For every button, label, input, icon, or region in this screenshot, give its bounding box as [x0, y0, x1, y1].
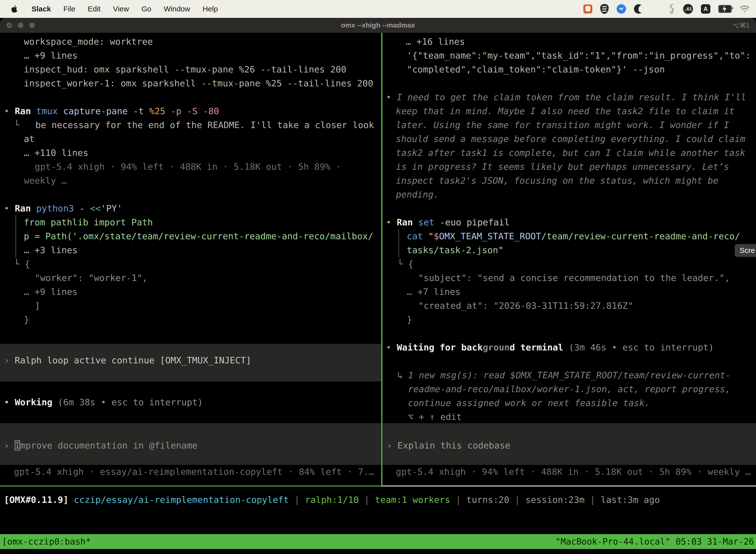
text-segment: • [386, 342, 391, 352]
text-segment: inspect_worker-1: omx sparkshell --tmux-… [24, 78, 373, 88]
text-segment: … +3 lines [24, 245, 78, 255]
omx-status-line: [OMX#0.11.9] cczip/essay/ai-reimplementa… [0, 493, 660, 507]
text-segment: tmux [36, 106, 58, 116]
text-segment: -p [171, 106, 181, 116]
text-segment: weekly … [24, 175, 67, 186]
chat-app-icon[interactable] [583, 4, 592, 13]
left-prompt-line[interactable]: › Improve documentation in @filename [0, 439, 381, 452]
text-segment [413, 217, 418, 227]
right-prompt-input[interactable]: › Explain this codebase [383, 423, 756, 465]
text-segment: "created_at": "2026-03-31T11:59:27.816Z" [418, 300, 633, 311]
right-pane[interactable]: … +16 lines'{"team_name":"my-team","task… [382, 33, 756, 424]
terminal-line: inspect task2's JSON, focusing on the st… [382, 174, 756, 188]
text-segment [58, 106, 63, 116]
terminal-line: p = Path('.omx/state/team/review-current… [0, 229, 381, 243]
right-prompt-line[interactable]: › Explain this codebase [383, 439, 756, 452]
text-segment: should send a message before completing … [396, 134, 745, 144]
menu-view[interactable]: View [107, 5, 135, 13]
tmux-terminal[interactable]: workspace_mode: worktree… +9 linesinspec… [0, 33, 756, 534]
input-source-icon[interactable]: A [701, 4, 710, 14]
text-segment [9, 203, 15, 214]
menu-app-name[interactable]: Slack [25, 5, 57, 13]
apple-logo-icon[interactable] [11, 4, 19, 14]
messenger-icon[interactable] [617, 4, 626, 14]
text-segment: turns:20 [466, 495, 509, 505]
text-segment: Ran [15, 106, 31, 116]
text-segment: gpt-5.4 xhigh · 94% left · 488K in · 5.1… [35, 162, 341, 172]
terminal-line: inspect_hud: omx sparkshell --tmux-pane … [0, 63, 381, 76]
text-segment: "subject": "send a concise recommendatio… [418, 273, 730, 283]
text-segment [128, 106, 133, 116]
text-segment: workspace_mode: worktree [24, 37, 153, 47]
text-segment: 1 new msg(s): read $OMX_TEAM_STATE_ROOT/… [408, 370, 731, 380]
text-segment [9, 106, 15, 116]
terminal-line: ↳ 1 new msg(s): read $OMX_TEAM_STATE_ROO… [382, 368, 756, 382]
pane-divider[interactable] [381, 33, 382, 486]
wifi-icon[interactable] [740, 5, 750, 13]
terminal-line: ] [0, 299, 381, 313]
text-segment [391, 342, 397, 352]
text-segment: team:1 workers [375, 495, 450, 505]
text-segment: be necessary for the end of the README. … [36, 120, 374, 130]
menu-left: Slack File Edit View Go Window Help [0, 4, 224, 14]
text-segment: } [407, 315, 412, 325]
text-segment: is in progress? It seems likely but perh… [396, 162, 729, 172]
menu-go[interactable]: Go [135, 5, 158, 13]
menu-bar: Slack File Edit View Go Window Help ..61… [0, 0, 756, 18]
terminal-line: keep that in mind. Maybe I also need the… [382, 104, 756, 118]
zoom-button[interactable] [29, 22, 35, 28]
text-segment: /team/review-current-readme-and-reco/ [541, 231, 740, 241]
terminal-line: … +110 lines [0, 146, 381, 160]
text-segment: Explain this codebase [397, 440, 510, 450]
menu-help[interactable]: Help [196, 5, 224, 13]
terminal-line: at [0, 132, 381, 146]
text-segment: • [386, 92, 391, 102]
text-segment: '{"team_name":"my-team","task_id":"1","f… [407, 50, 751, 61]
text-segment: OMX_TEAM_STATE_ROOT [439, 231, 541, 241]
text-segment: set [418, 217, 434, 227]
text-segment: • [386, 217, 391, 227]
text-segment: • [4, 106, 9, 116]
terminal-line: … +7 lines [382, 285, 756, 299]
text-segment: session:23m [525, 495, 584, 505]
menu-file[interactable]: File [57, 5, 81, 13]
terminal-line: • Waiting for background terminal (3m 46… [382, 340, 756, 354]
left-pane[interactable]: workspace_mode: worktree… +9 linesinspec… [0, 33, 381, 327]
text-segment: ] [35, 300, 40, 311]
menu-edit[interactable]: Edit [82, 5, 107, 13]
terminal-line: "completed","claim_token":"claim-token"}… [382, 63, 756, 76]
battery-cycle-badge[interactable]: ..61 [683, 4, 693, 14]
terminal-line: "created_at": "2026-03-31T11:59:27.816Z" [382, 299, 756, 313]
terminal-cursor: I [15, 440, 20, 450]
tmux-session-label[interactable]: [omx-cczip0:bash* [2, 534, 91, 549]
text-segment: -S [187, 106, 197, 116]
shield-grid-icon[interactable] [600, 4, 609, 14]
text-segment: 'PY' [101, 203, 122, 214]
text-segment: capture-pane [63, 106, 127, 116]
squiggle-icon[interactable] [668, 4, 675, 14]
pie-timer-icon[interactable] [634, 4, 643, 14]
minimize-button[interactable] [18, 22, 23, 28]
text-segment: ↳ [397, 370, 408, 380]
close-button[interactable] [6, 22, 12, 28]
left-prompt-input[interactable]: › Improve documentation in @filename [0, 423, 381, 465]
text-segment: inspect_hud: omx sparkshell --tmux-pane … [24, 64, 346, 74]
text-segment [144, 106, 149, 116]
battery-icon[interactable] [718, 5, 732, 13]
text-segment: at [24, 134, 35, 144]
text-segment: … +7 lines [407, 287, 460, 297]
text-segment: … +9 lines [24, 287, 78, 297]
terminal-line: later. Using the same for transition mig… [382, 118, 756, 132]
menu-window[interactable]: Window [158, 5, 196, 13]
terminal-line: inspect_worker-1: omx sparkshell --tmux-… [0, 76, 381, 90]
dots-grid-icon[interactable] [651, 4, 660, 13]
terminal-line: ⌥ + ↑ edit [382, 410, 756, 424]
terminal-line: • I need to get the claim token from the… [382, 90, 756, 104]
text-segment: inspect task2's JSON, focusing on the st… [396, 175, 718, 186]
text-segment [197, 106, 203, 116]
text-segment: I need to get the claim token from the c… [397, 92, 746, 102]
text-segment: › [387, 440, 397, 450]
terminal-line: └ { [382, 257, 756, 271]
terminal-line: from pathlib import Path [0, 215, 381, 229]
terminal-line: … +9 lines [0, 285, 381, 299]
